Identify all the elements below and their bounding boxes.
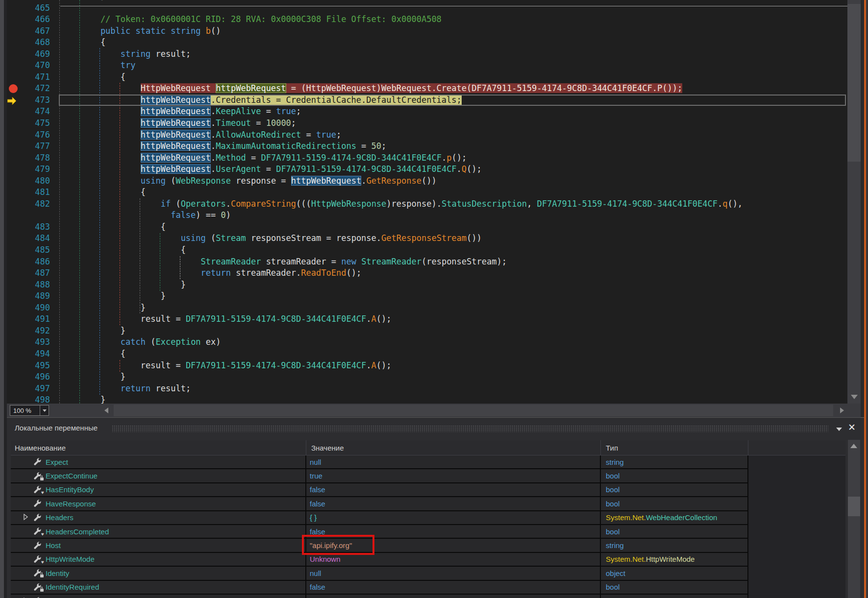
- local-value-cell[interactable]: false: [306, 497, 601, 510]
- local-name-cell[interactable]: ♥HttpWriteMode: [11, 553, 306, 566]
- code-token: ;: [291, 118, 296, 128]
- code-editor[interactable]: 464}465466// Token: 0x0600001C RID: 28 R…: [0, 0, 847, 404]
- local-value-cell[interactable]: { }: [306, 511, 601, 524]
- local-value-cell[interactable]: false: [306, 581, 601, 594]
- code-text: using (Stream responseStream = response.…: [60, 233, 482, 244]
- locals-row[interactable]: Headers{ }System.Net.WebHeaderCollection: [11, 511, 748, 525]
- column-header-type[interactable]: Тип: [601, 440, 748, 455]
- code-text: }: [60, 394, 105, 404]
- code-line: 498}: [0, 394, 847, 404]
- local-type-cell[interactable]: bool: [601, 483, 748, 496]
- locals-row[interactable]: Expectnullstring: [11, 455, 748, 469]
- local-value-cell[interactable]: {01.01.0001 0:00:00}: [306, 595, 601, 598]
- local-type-cell[interactable]: bool: [601, 469, 748, 482]
- local-type-cell[interactable]: System.Net.WebHeaderCollection: [601, 511, 748, 524]
- code-token: return: [121, 383, 150, 393]
- locals-row[interactable]: Identitynullobject: [11, 567, 748, 580]
- line-number: 489: [27, 290, 50, 302]
- local-type-cell[interactable]: string: [601, 539, 748, 551]
- locals-row[interactable]: ♥HasEntityBodyfalsebool: [11, 483, 748, 497]
- local-value-cell[interactable]: null: [306, 455, 601, 468]
- code-text: httpWebRequest.AllowAutoRedirect = true;: [60, 129, 341, 141]
- lock-icon: [40, 574, 44, 577]
- code-token: }: [161, 291, 166, 301]
- code-text: catch (Exception ex): [60, 336, 221, 348]
- code-token: =: [261, 164, 276, 174]
- line-number: 498: [27, 394, 50, 404]
- code-line: 479httpWebRequest.UserAgent = DF7A7911-5…: [0, 164, 847, 175]
- local-type-cell[interactable]: object: [601, 567, 748, 579]
- column-header-value[interactable]: Значение: [306, 440, 601, 455]
- chevron-down-icon[interactable]: [40, 406, 49, 415]
- local-name-cell[interactable]: Headers: [11, 511, 306, 524]
- chevron-down-icon[interactable]: [836, 428, 842, 431]
- local-type-cell[interactable]: System.Net.HttpWriteMode: [601, 553, 748, 566]
- code-token: .: [211, 141, 216, 151]
- local-name-cell[interactable]: IfModifiedSince: [11, 595, 306, 598]
- code-token: null: [310, 458, 321, 466]
- local-name-cell[interactable]: Host: [11, 539, 306, 551]
- local-type-cell[interactable]: bool: [601, 497, 748, 510]
- local-name-cell[interactable]: ExpectContinue: [11, 469, 306, 482]
- zoom-level-select[interactable]: 100 %: [10, 405, 49, 416]
- locals-row[interactable]: IfModifiedSince{01.01.0001 0:00:00}Syste…: [11, 595, 748, 598]
- locals-row[interactable]: ExpectContinuetruebool: [11, 469, 748, 483]
- close-icon[interactable]: ✕: [848, 422, 856, 433]
- code-token: string: [121, 49, 150, 59]
- local-value-cell[interactable]: null: [306, 567, 601, 579]
- locals-row[interactable]: HaveResponsefalsebool: [11, 497, 748, 511]
- local-type-cell[interactable]: System.DateTime: [601, 595, 748, 598]
- wrench-icon: ♥: [34, 555, 42, 563]
- scrollbar-thumb[interactable]: [848, 497, 860, 516]
- code-token: httpWebRequest: [141, 106, 211, 116]
- code-token: new: [341, 257, 356, 266]
- locals-row[interactable]: Host"api.ipify.org"string: [11, 539, 748, 552]
- breakpoint-line-highlight: HttpWebRequest httpWebRequest = (HttpWeb…: [141, 83, 682, 93]
- scroll-right-icon[interactable]: [840, 407, 844, 413]
- locals-row[interactable]: ♥HttpWriteModeUnknownSystem.Net.HttpWrit…: [11, 553, 748, 567]
- code-text: httpWebRequest.UserAgent = DF7A7911-5159…: [60, 164, 482, 175]
- code-line: 469string result;: [0, 48, 847, 60]
- local-name: HasEntityBody: [46, 485, 94, 494]
- code-token: string: [606, 458, 624, 466]
- scroll-left-icon[interactable]: [104, 407, 108, 413]
- local-type-cell[interactable]: bool: [601, 525, 748, 538]
- scroll-up-icon[interactable]: [850, 444, 857, 448]
- locals-row[interactable]: IdentityRequiredfalsebool: [11, 581, 748, 595]
- scrollbar-thumb[interactable]: [114, 405, 833, 416]
- heart-icon: ♥: [41, 490, 44, 495]
- code-token: ;: [296, 106, 301, 116]
- code-token: =: [251, 118, 266, 128]
- scrollbar-thumb[interactable]: [847, 4, 861, 162]
- code-text: return streamReader.ReadToEnd();: [60, 267, 361, 279]
- code-token: StreamReader: [201, 257, 261, 266]
- local-type-cell[interactable]: bool: [601, 581, 748, 594]
- code-token: // Token: 0x0600001C RID: 28 RVA: 0x0000…: [100, 14, 442, 24]
- local-name-cell[interactable]: Expect: [11, 455, 306, 468]
- local-type-cell[interactable]: string: [601, 455, 748, 468]
- local-name-cell[interactable]: ♥HasEntityBody: [11, 483, 306, 496]
- local-name-cell[interactable]: Identity: [11, 567, 306, 579]
- column-header-name[interactable]: Наименование: [11, 440, 306, 455]
- code-token: ): [226, 210, 231, 220]
- code-token: .: [211, 106, 216, 116]
- expander-icon[interactable]: [23, 513, 29, 522]
- local-name-cell[interactable]: HaveResponse: [11, 497, 306, 510]
- local-value-cell[interactable]: false: [306, 483, 601, 496]
- wrench-icon: [34, 569, 42, 577]
- breakpoint-icon[interactable]: [9, 84, 18, 93]
- local-name-cell[interactable]: IdentityRequired: [11, 581, 306, 594]
- local-name-cell[interactable]: ♥HeadersCompleted: [11, 525, 306, 538]
- locals-vertical-scrollbar[interactable]: [848, 440, 860, 598]
- code-token: .: [226, 199, 231, 209]
- code-token: =: [246, 153, 261, 163]
- code-token: ();: [376, 360, 392, 370]
- editor-vertical-scrollbar[interactable]: [847, 0, 861, 404]
- code-token: (((: [296, 199, 311, 209]
- locals-row[interactable]: ♥HeadersCompletedfalsebool: [11, 525, 748, 539]
- local-value-cell[interactable]: true: [306, 469, 601, 482]
- code-token: .: [718, 199, 722, 209]
- scroll-down-icon[interactable]: [851, 395, 858, 399]
- line-number: 470: [27, 60, 50, 72]
- editor-horizontal-scrollbar[interactable]: 100 %: [0, 404, 861, 418]
